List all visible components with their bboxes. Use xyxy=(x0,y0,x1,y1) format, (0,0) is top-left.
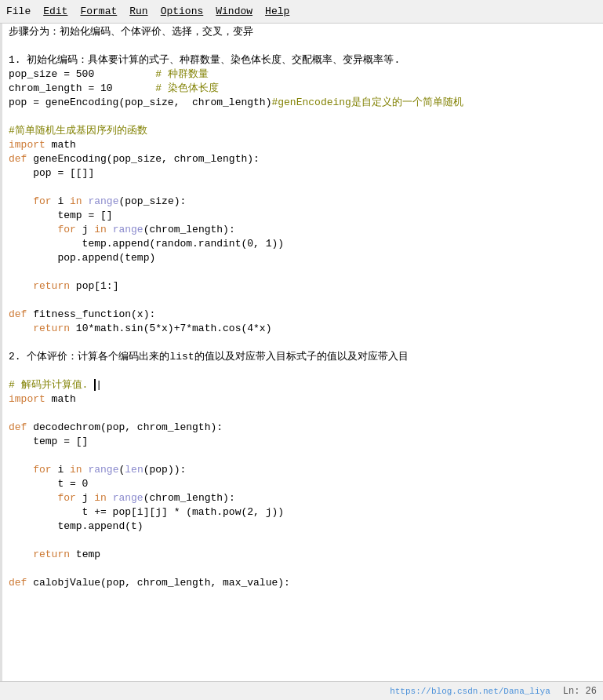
line-15: for j in range(chrom_length): xyxy=(2,223,603,237)
menu-window[interactable]: Window xyxy=(216,5,252,17)
line-35: t += pop[i][j] * (math.pow(2, j)) xyxy=(2,505,603,520)
line-38: return temp xyxy=(2,548,603,562)
line-9: import math xyxy=(2,138,603,152)
line-7 xyxy=(2,110,603,124)
line-24: 2. 个体评价：计算各个编码出来的list的值以及对应带入目标式子的值以及对应带… xyxy=(2,350,603,364)
line-13: for i in range(pop_size): xyxy=(2,195,603,209)
line-29: def decodechrom(pop, chrom_length): xyxy=(2,421,603,435)
line-2 xyxy=(2,39,603,53)
line-4: pop_size = 500 # 种群数量 xyxy=(2,67,603,82)
url-display: https://blog.csdn.net/Dana_liya xyxy=(390,687,550,696)
line-34: for j in range(chrom_length): xyxy=(2,491,603,505)
line-36: temp.append(t) xyxy=(2,520,603,534)
line-17: pop.append(temp) xyxy=(2,251,603,265)
line-8: #简单随机生成基因序列的函数 xyxy=(2,124,603,138)
menu-file[interactable]: File xyxy=(6,5,31,17)
line-info: Ln: 26 xyxy=(563,686,597,697)
line-40: def calobjValue(pop, chrom_length, max_v… xyxy=(2,576,603,590)
line-14: temp = [] xyxy=(2,209,603,223)
line-33: t = 0 xyxy=(2,477,603,491)
menubar: File Edit Format Run Options Window Help xyxy=(0,0,603,24)
line-25 xyxy=(2,364,603,378)
line-6: pop = geneEncoding(pop_size, chrom_lengt… xyxy=(2,96,603,110)
line-39 xyxy=(2,562,603,576)
menu-help[interactable]: Help xyxy=(265,5,289,17)
line-10: def geneEncoding(pop_size, chrom_length)… xyxy=(2,152,603,166)
line-1: 步骤分为：初始化编码、个体评价、选择，交叉，变异 xyxy=(2,25,603,39)
line-5: chrom_length = 10 # 染色体长度 xyxy=(2,82,603,96)
line-27: import math xyxy=(2,392,603,407)
line-37 xyxy=(2,534,603,548)
line-19: return pop[1:] xyxy=(2,279,603,293)
line-28 xyxy=(2,407,603,421)
line-22: return 10*math.sin(5*x)+7*math.cos(4*x) xyxy=(2,322,603,336)
statusbar: https://blog.csdn.net/Dana_liya Ln: 26 xyxy=(0,681,603,700)
line-12 xyxy=(2,180,603,195)
line-18 xyxy=(2,265,603,279)
menu-format[interactable]: Format xyxy=(80,5,117,17)
line-3: 1. 初始化编码：具体要计算的式子、种群数量、染色体长度、交配概率、变异概率等. xyxy=(2,53,603,67)
line-20 xyxy=(2,293,603,308)
menu-run[interactable]: Run xyxy=(129,5,147,17)
line-32: for i in range(len(pop)): xyxy=(2,463,603,477)
menu-options[interactable]: Options xyxy=(161,5,204,17)
line-26: # 解码并计算值. | xyxy=(2,378,603,392)
line-11: pop = [[]] xyxy=(2,166,603,180)
menu-edit[interactable]: Edit xyxy=(43,5,67,17)
line-21: def fitness_function(x): xyxy=(2,308,603,322)
line-30: temp = [] xyxy=(2,435,603,449)
line-31 xyxy=(2,449,603,463)
line-23 xyxy=(2,336,603,350)
code-editor[interactable]: 步骤分为：初始化编码、个体评价、选择，交叉，变异 1. 初始化编码：具体要计算的… xyxy=(0,24,603,681)
line-16: temp.append(random.randint(0, 1)) xyxy=(2,237,603,251)
